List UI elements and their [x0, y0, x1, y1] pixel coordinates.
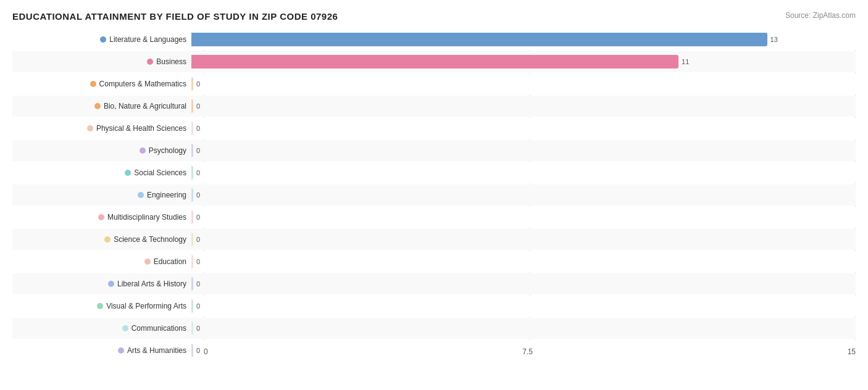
bar-row: Literature & Languages13 — [12, 29, 856, 50]
bar-label: Education — [12, 257, 191, 266]
bar-label-text: Literature & Languages — [109, 35, 186, 44]
bar-label: Multidisciplinary Studies — [12, 213, 191, 222]
bar-row: Bio, Nature & Agricultural0 — [12, 96, 856, 117]
bar-label: Business — [12, 57, 191, 66]
bar-value-label: 0 — [196, 325, 200, 332]
bar-value-label: 0 — [196, 258, 200, 265]
bar-value-label: 0 — [196, 214, 200, 221]
bar-label: Arts & Humanities — [12, 346, 191, 355]
bar-label: Visual & Performing Arts — [12, 302, 191, 310]
chart-container: EDUCATIONAL ATTAINMENT BY FIELD OF STUDY… — [0, 0, 868, 390]
bar-fill — [191, 210, 193, 224]
bar-track: 0 — [191, 122, 856, 135]
bar-track: 0 — [191, 210, 856, 224]
bar-fill — [191, 122, 193, 135]
bar-track: 0 — [191, 144, 856, 157]
bar-value-label: 13 — [770, 36, 778, 43]
bar-value-label: 0 — [196, 236, 200, 243]
bar-row: Liberal Arts & History0 — [12, 273, 856, 294]
bar-fill — [191, 277, 193, 291]
bar-value-label: 0 — [196, 169, 200, 176]
bar-label: Computers & Mathematics — [12, 80, 191, 88]
x-axis: 0 7.5 15 — [204, 344, 856, 359]
bar-label-text: Social Sciences — [134, 168, 186, 177]
bar-label: Psychology — [12, 146, 191, 155]
bar-fill — [191, 255, 193, 268]
bar-label-text: Computers & Mathematics — [99, 80, 186, 88]
bar-value-label: 0 — [196, 280, 200, 288]
bar-track: 0 — [191, 99, 856, 113]
bar-row: Physical & Health Sciences0 — [12, 118, 856, 139]
bar-label-text: Science & Technology — [114, 235, 186, 244]
label-dot — [125, 170, 131, 176]
bar-label-text: Engineering — [147, 191, 186, 199]
chart-area: Literature & Languages13Business11Comput… — [12, 29, 856, 359]
bar-row: Communications0 — [12, 318, 856, 339]
bar-track: 13 — [191, 33, 856, 46]
bar-label: Engineering — [12, 191, 191, 199]
bar-track: 11 — [191, 55, 856, 68]
title-row: EDUCATIONAL ATTAINMENT BY FIELD OF STUDY… — [12, 11, 856, 22]
bar-value-label: 0 — [196, 191, 200, 199]
bar-row: Education0 — [12, 251, 856, 272]
bar-track: 0 — [191, 322, 856, 335]
bar-label: Bio, Nature & Agricultural — [12, 102, 191, 110]
bar-track: 0 — [191, 233, 856, 246]
bar-fill — [191, 33, 767, 46]
label-dot — [97, 303, 103, 309]
bar-label-text: Physical & Health Sciences — [96, 124, 186, 133]
bar-row: Business11 — [12, 51, 856, 72]
bar-fill — [191, 77, 193, 91]
bar-label: Liberal Arts & History — [12, 280, 191, 288]
bar-value-label: 0 — [196, 80, 200, 88]
bar-row: Social Sciences0 — [12, 162, 856, 183]
bar-label-text: Bio, Nature & Agricultural — [104, 102, 186, 110]
bar-label: Physical & Health Sciences — [12, 124, 191, 133]
label-dot — [87, 125, 93, 131]
bar-label-text: Liberal Arts & History — [117, 280, 186, 288]
x-label-0: 0 — [204, 347, 208, 356]
label-dot — [118, 347, 124, 354]
bar-label-text: Visual & Performing Arts — [106, 302, 186, 310]
label-dot — [147, 59, 153, 65]
label-dot — [138, 192, 144, 198]
bar-fill — [191, 344, 193, 357]
chart-title: EDUCATIONAL ATTAINMENT BY FIELD OF STUDY… — [12, 11, 338, 22]
bar-row: Psychology0 — [12, 140, 856, 161]
bar-row: Engineering0 — [12, 185, 856, 205]
bars-wrapper: Literature & Languages13Business11Comput… — [12, 29, 856, 341]
bar-label: Literature & Languages — [12, 35, 191, 44]
x-label-mid: 7.5 — [522, 347, 533, 356]
label-dot — [90, 81, 96, 87]
bar-track: 0 — [191, 77, 856, 91]
bar-value-label: 0 — [196, 102, 200, 110]
bar-fill — [191, 322, 193, 335]
bar-track: 0 — [191, 299, 856, 313]
bar-track: 0 — [191, 166, 856, 180]
label-dot — [108, 281, 114, 287]
bar-label-text: Psychology — [149, 146, 186, 155]
bar-label-text: Education — [154, 257, 186, 266]
bar-track: 0 — [191, 188, 856, 202]
bar-fill — [191, 299, 193, 313]
bar-fill — [191, 55, 678, 68]
x-label-max: 15 — [848, 347, 856, 356]
bar-label: Science & Technology — [12, 235, 191, 244]
bar-fill — [191, 166, 193, 180]
bar-value-label: 0 — [196, 147, 200, 154]
bar-track: 0 — [191, 277, 856, 291]
bar-value-label: 0 — [196, 125, 200, 132]
label-dot — [94, 103, 101, 109]
bar-value-label: 0 — [196, 302, 200, 310]
bar-row: Computers & Mathematics0 — [12, 73, 856, 94]
bar-fill — [191, 144, 193, 157]
bar-row: Multidisciplinary Studies0 — [12, 207, 856, 228]
bar-fill — [191, 233, 193, 246]
bar-row: Science & Technology0 — [12, 229, 856, 250]
bar-row: Visual & Performing Arts0 — [12, 296, 856, 317]
label-dot — [100, 36, 106, 43]
bar-label-text: Communications — [131, 324, 186, 333]
label-dot — [98, 214, 104, 220]
bar-label: Social Sciences — [12, 168, 191, 177]
bar-label-text: Business — [156, 57, 186, 66]
